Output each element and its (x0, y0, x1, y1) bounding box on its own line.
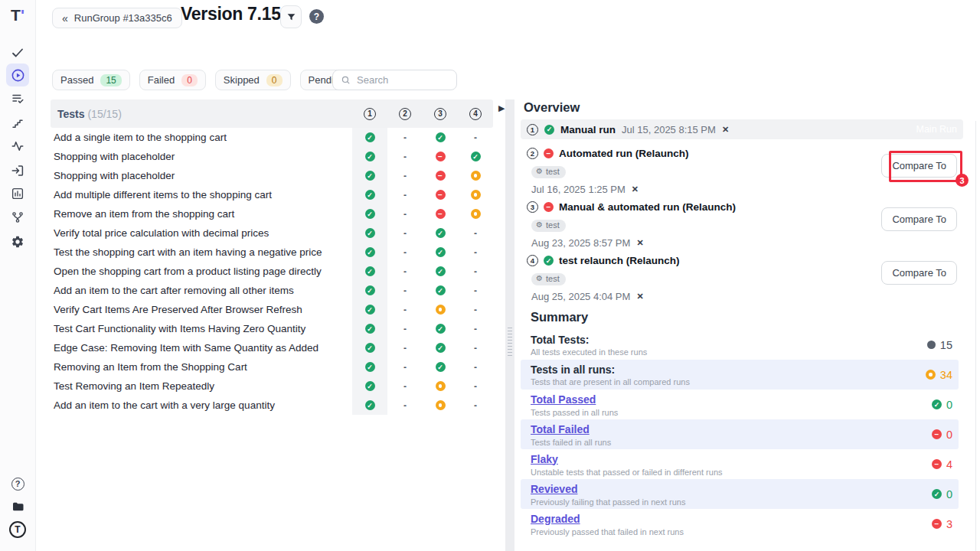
filter-chips: Passed15Failed0Skipped0Pending0 (52, 70, 376, 90)
passed-icon: ✓ (932, 489, 942, 499)
failed-icon: − (544, 202, 554, 212)
steps-icon[interactable] (10, 116, 25, 131)
status-cell: - (458, 223, 493, 243)
panel-splitter[interactable] (505, 99, 514, 551)
remove-run-icon[interactable]: ✕ (636, 292, 643, 302)
table-row[interactable]: Shopping with placeholder✓-−✓ (51, 147, 493, 166)
splitter-grip-icon[interactable] (508, 328, 512, 357)
status-cell: - (387, 262, 423, 281)
page-title: Version 7.15 (181, 4, 281, 24)
status-cell (423, 377, 458, 396)
passed-icon: ✓ (436, 324, 446, 334)
remove-run-icon[interactable]: ✕ (636, 238, 643, 248)
run-number-3: 3 (527, 201, 538, 213)
table-row[interactable]: Test Removing an Item Repeatedly✓-- (51, 377, 493, 396)
compare-to-button[interactable]: Compare To (881, 207, 957, 231)
run-column-header-4[interactable]: 4 (458, 99, 493, 128)
summary-desc: Previously passed that failed in next ru… (531, 527, 932, 536)
run-row-main[interactable]: 1✓Manual runJul 15, 2025 8:15 PM✕Main Ru… (521, 119, 963, 139)
filter-chip-label: Skipped (224, 74, 260, 86)
table-row[interactable]: Verify Cart Items Are Preserved After Br… (51, 300, 493, 319)
status-cell: ✓ (423, 338, 458, 357)
run-tag: ⚙test (531, 273, 566, 285)
filter-chip-failed[interactable]: Failed0 (139, 70, 206, 90)
run-tag: ⚙test (531, 220, 566, 232)
table-row[interactable]: Remove an item from the shopping cart✓-− (51, 204, 493, 223)
summary-desc: Unstable tests that passed or failed in … (531, 468, 932, 477)
run-column-header-3[interactable]: 3 (423, 99, 458, 128)
table-row[interactable]: Removing an Item from the Shopping Cart✓… (51, 357, 493, 377)
table-row[interactable]: Verify total price calculation with deci… (51, 223, 493, 243)
table-row[interactable]: Test the shopping cart with an item havi… (51, 243, 493, 262)
passed-icon: ✓ (365, 400, 375, 410)
table-row[interactable]: Add multiple different items to the shop… (51, 185, 493, 204)
pulse-icon[interactable] (10, 139, 25, 154)
remove-run-icon[interactable]: ✕ (632, 184, 639, 194)
summary-link[interactable]: Degraded (531, 513, 580, 525)
right-scrollbar[interactable] (975, 121, 976, 551)
filter-chip-passed[interactable]: Passed15 (52, 70, 130, 90)
summary-link[interactable]: Flaky (531, 453, 558, 465)
tasks-check-icon[interactable] (10, 45, 25, 60)
test-name: Add multiple different items to the shop… (51, 189, 352, 201)
status-cell: - (387, 243, 423, 262)
filter-chip-skipped[interactable]: Skipped0 (215, 70, 291, 90)
status-cell: - (458, 281, 493, 300)
summary-row: Total PassedTests passed in all runs✓0 (521, 390, 959, 419)
table-row[interactable]: Test Cart Functionality with Items Havin… (51, 319, 493, 338)
page-help-icon[interactable]: ? (309, 9, 324, 24)
summary-row: Tests in all runs:Tests that are present… (521, 360, 959, 390)
summary-row: FlakyUnstable tests that passed or faile… (521, 449, 959, 479)
summary-link[interactable]: Revieved (531, 483, 577, 495)
app-logo[interactable]: T' (0, 6, 35, 24)
analytics-chart-icon[interactable] (10, 186, 25, 201)
search-input[interactable] (351, 74, 456, 86)
docs-folder-icon[interactable] (10, 499, 25, 514)
summary-value: 0 (946, 399, 952, 411)
status-cell: - (458, 357, 493, 377)
test-name: Shopping with placeholder (51, 151, 352, 162)
import-icon[interactable] (10, 163, 25, 178)
status-cell: - (387, 319, 423, 338)
runs-play-icon[interactable] (6, 64, 29, 86)
run-column-header-1[interactable]: 1 (352, 99, 387, 128)
compare-to-button[interactable]: Compare To (881, 154, 957, 178)
rungroup-back-button[interactable]: « RunGroup #13a335c6 (52, 8, 182, 28)
no-result-dash: - (403, 190, 407, 201)
table-row[interactable]: Open the shopping cart from a product li… (51, 262, 493, 281)
profile-logo-icon[interactable]: T (9, 521, 26, 538)
summary-link[interactable]: Total Passed (531, 393, 596, 406)
remove-run-icon[interactable]: ✕ (722, 125, 729, 135)
table-row[interactable]: Add an item to the cart with a very larg… (51, 396, 493, 415)
summary-list: Total Tests:All tests executed in these … (521, 330, 959, 539)
passed-icon: ✓ (365, 324, 375, 334)
report-list-check-icon[interactable] (10, 91, 25, 106)
branch-icon[interactable] (10, 210, 25, 225)
table-row[interactable]: Edge Case: Removing Item with Same Quant… (51, 338, 493, 357)
compare-to-button[interactable]: Compare To (881, 261, 957, 285)
summary-link[interactable]: Total Failed (531, 423, 590, 435)
run-date: Jul 16, 2025 1:25 PM (531, 184, 626, 195)
collapse-panel-icon[interactable]: ▶ (498, 103, 505, 113)
no-result-dash: - (403, 132, 407, 143)
run-date: Aug 23, 2025 8:57 PM (531, 237, 630, 249)
passed-icon: ✓ (544, 256, 554, 266)
filter-button[interactable] (280, 5, 302, 28)
passed-icon: ✓ (436, 266, 446, 276)
skipped-icon (436, 400, 446, 410)
passed-icon: ✓ (932, 399, 942, 409)
help-icon[interactable]: ? (10, 476, 25, 491)
tests-count: (15/15) (87, 108, 121, 120)
settings-gear-icon[interactable] (10, 234, 25, 249)
table-row[interactable]: Add a single item to the shopping cart✓-… (51, 128, 493, 147)
status-cell: − (423, 166, 458, 185)
run-number-1: 1 (527, 124, 538, 135)
status-cell: - (387, 338, 423, 357)
summary-row: Total FailedTests failed in all runs−0 (521, 419, 959, 449)
table-row[interactable]: Shopping with placeholder✓-− (51, 166, 493, 185)
summary-title: Summary (531, 310, 588, 324)
table-row[interactable]: Add an item to the cart after removing a… (51, 281, 493, 300)
failed-icon: − (544, 148, 554, 158)
no-result-dash: - (474, 343, 477, 354)
run-column-header-2[interactable]: 2 (387, 99, 423, 128)
